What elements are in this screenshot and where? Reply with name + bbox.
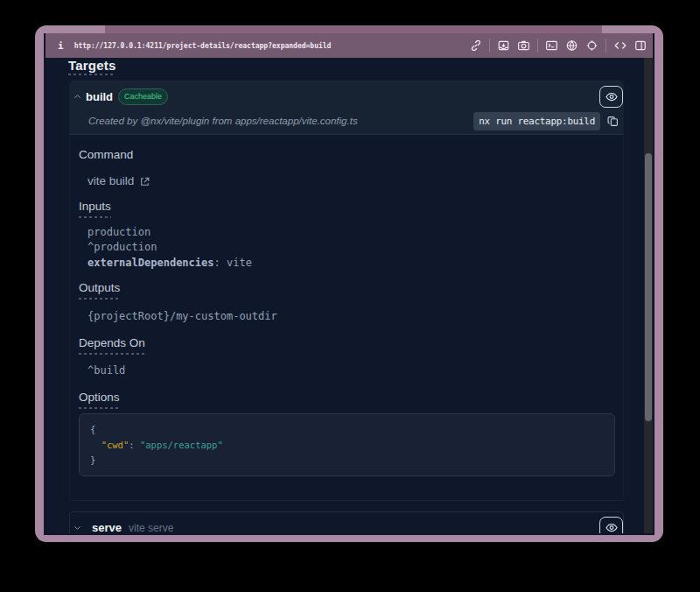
targets-heading: Targets (68, 59, 116, 75)
input-item: ^production (88, 240, 623, 256)
scrollbar-track[interactable] (644, 58, 653, 533)
external-link-icon[interactable] (139, 176, 150, 187)
command-value: vite build (88, 174, 134, 188)
crosshair-icon[interactable] (585, 39, 598, 52)
code-brackets-icon[interactable] (613, 39, 627, 52)
build-card-body: Command vite build Inputs production ^pr… (70, 148, 623, 476)
json-close-brace: } (90, 455, 95, 465)
app-window: i http://127.0.0.1:4211/project-details/… (35, 25, 663, 542)
info-icon[interactable]: i (58, 40, 64, 52)
camera-icon[interactable] (517, 39, 530, 52)
link-icon[interactable] (470, 39, 482, 52)
serve-command-text: vite serve (129, 522, 173, 534)
chevron-up-icon[interactable] (73, 92, 82, 102)
page-content: Targets build Cacheable Created by @nx/v… (46, 58, 653, 533)
window-inner: i http://127.0.0.1:4211/project-details/… (44, 33, 654, 535)
created-by-text: Created by @nx/vite/plugin from apps/rea… (88, 116, 358, 126)
serve-eye-button[interactable] (599, 517, 623, 533)
json-value-cwd: "apps/reactapp" (140, 440, 223, 450)
url-text[interactable]: http://127.0.0.1:4211/project-details/re… (74, 42, 332, 50)
copy-icon[interactable] (607, 115, 619, 128)
globe-icon[interactable] (565, 39, 578, 52)
cacheable-badge: Cacheable (118, 88, 168, 105)
inputs-heading: Inputs (79, 200, 111, 218)
options-heading: Options (79, 391, 120, 409)
run-command-chip[interactable]: nx run reactapp:build (473, 112, 600, 130)
json-open-brace: { (90, 424, 95, 434)
titlebar: i http://127.0.0.1:4211/project-details/… (46, 33, 653, 58)
eye-icon (605, 521, 619, 533)
depends-on-item: ^build (88, 363, 623, 378)
target-card-serve: serve vite serve (69, 511, 624, 533)
eye-button[interactable] (599, 86, 623, 108)
terminal-icon[interactable] (545, 39, 558, 52)
sidebar-panel-icon[interactable] (634, 39, 647, 52)
eye-icon (605, 90, 619, 103)
titlebar-divider (537, 39, 538, 53)
input-item-named: externalDependencies: vite (88, 255, 623, 271)
json-key-cwd: "cwd" (102, 440, 130, 450)
command-heading: Command (79, 148, 133, 162)
target-card-build: build Cacheable Created by @nx/vite/plug… (69, 81, 624, 501)
target-name-build[interactable]: build (86, 90, 113, 103)
depends-on-heading: Depends On (79, 336, 145, 355)
target-name-serve[interactable]: serve (92, 521, 122, 533)
options-json-box: { "cwd": "apps/reactapp" } (79, 413, 615, 477)
output-item: {projectRoot}/my-custom-outdir (88, 309, 623, 325)
chevron-down-icon[interactable] (73, 523, 82, 532)
outputs-heading: Outputs (79, 281, 120, 300)
inbox-arrow-icon[interactable] (497, 39, 510, 52)
scrollbar-thumb[interactable] (645, 153, 652, 421)
titlebar-divider (489, 39, 490, 53)
titlebar-divider (606, 39, 606, 53)
build-card-header[interactable]: build Cacheable Created by @nx/vite/plug… (70, 81, 623, 135)
input-item: production (88, 224, 623, 240)
